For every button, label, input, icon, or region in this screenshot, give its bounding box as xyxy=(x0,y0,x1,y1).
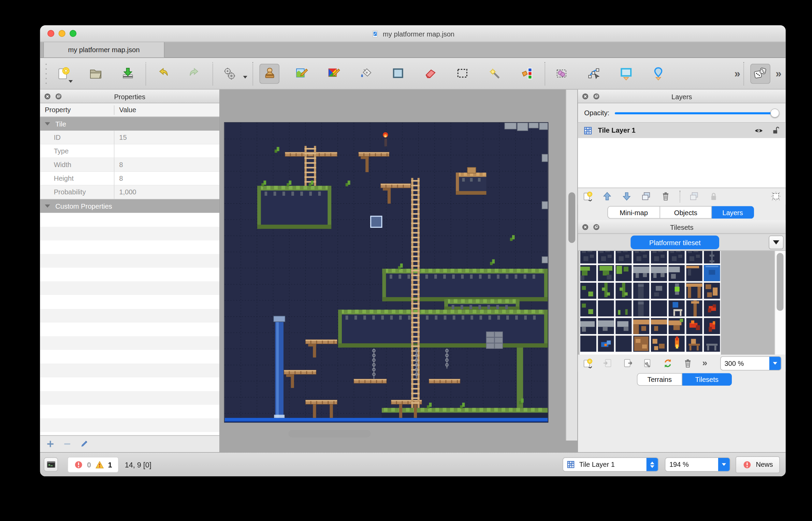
edit-polygons-button[interactable] xyxy=(584,63,604,84)
layer-visibility-eye-icon[interactable] xyxy=(753,125,764,136)
close-panel-icon[interactable] xyxy=(43,92,52,101)
map-vertical-scrollbar-thumb[interactable] xyxy=(568,192,575,243)
tab-layers[interactable]: Layers xyxy=(712,206,754,219)
properties-panel: Properties Property Value Tile ID15 Type… xyxy=(40,90,220,452)
commands-button[interactable] xyxy=(219,63,240,84)
eraser-button[interactable] xyxy=(420,63,440,84)
stamp-brush-button[interactable] xyxy=(259,63,279,84)
issues-counter[interactable]: 0 1 xyxy=(68,457,118,472)
undo-button[interactable] xyxy=(153,63,173,84)
insert-rectangle-button[interactable] xyxy=(616,63,636,84)
toolbar-separator xyxy=(743,62,744,85)
layer-row-tile-layer-1[interactable]: Tile Layer 1 xyxy=(578,123,786,138)
float-panel-icon[interactable] xyxy=(592,92,601,101)
tab-tilesets[interactable]: Tilesets xyxy=(682,373,732,386)
collapse-triangle-icon[interactable] xyxy=(45,205,50,208)
select-same-tile-button[interactable] xyxy=(517,63,537,84)
open-file-button[interactable] xyxy=(85,63,105,84)
tileset-grid[interactable] xyxy=(579,251,721,355)
new-layer-button[interactable] xyxy=(582,191,593,202)
window-title: my platformer map.json xyxy=(40,25,785,42)
select-objects-button[interactable] xyxy=(552,63,572,84)
tab-mini-map[interactable]: Mini-map xyxy=(607,206,660,219)
embed-tileset-button[interactable] xyxy=(602,358,613,369)
dropdown-chevron-button[interactable] xyxy=(719,457,730,472)
news-button[interactable]: News xyxy=(736,456,780,473)
map-canvas[interactable] xyxy=(224,122,548,423)
map-zoom-select[interactable]: 194 % xyxy=(665,457,731,472)
tab-platformer-tileset[interactable]: Platformer tileset xyxy=(630,236,719,249)
close-panel-icon[interactable] xyxy=(581,92,590,101)
magic-wand-button[interactable] xyxy=(484,63,505,84)
rectangular-select-button[interactable] xyxy=(452,63,473,84)
properties-table-header: Property Value xyxy=(40,103,219,117)
chevron-down-icon[interactable] xyxy=(243,76,247,79)
terrain-brush-button[interactable] xyxy=(292,63,312,84)
property-row-probability[interactable]: Probability1,000 xyxy=(40,185,219,199)
tileset-view[interactable] xyxy=(578,251,786,355)
remove-layer-button[interactable] xyxy=(660,191,671,202)
toolbar-grip[interactable] xyxy=(44,62,48,85)
close-panel-icon[interactable] xyxy=(581,223,590,232)
shape-fill-button[interactable] xyxy=(388,63,408,84)
raise-layer-button[interactable] xyxy=(601,191,612,202)
toolbar-overflow-button[interactable]: » xyxy=(734,68,740,80)
new-map-button[interactable] xyxy=(53,63,73,84)
float-panel-icon[interactable] xyxy=(592,223,601,232)
float-panel-icon[interactable] xyxy=(54,92,63,101)
duplicate-layer-button[interactable] xyxy=(641,191,652,202)
stepper-button[interactable] xyxy=(647,457,658,472)
add-property-button[interactable] xyxy=(45,439,55,449)
layer-unlocked-icon[interactable] xyxy=(771,125,780,135)
save-button[interactable] xyxy=(118,63,138,84)
map-horizontal-scrollbar[interactable] xyxy=(224,429,549,438)
screen: my platformer map.json my platformer map… xyxy=(0,0,812,521)
edit-tileset-button[interactable] xyxy=(642,358,653,369)
eraser-icon xyxy=(423,66,437,81)
insert-point-button[interactable] xyxy=(648,63,668,84)
property-row-width[interactable]: Width8 xyxy=(40,158,219,172)
wang-brush-button[interactable] xyxy=(324,63,344,84)
custom-properties-group-row[interactable]: Custom Properties xyxy=(40,199,219,213)
opacity-slider[interactable] xyxy=(615,108,780,117)
tile-group-row[interactable]: Tile xyxy=(40,117,219,131)
map-vertical-scrollbar[interactable] xyxy=(566,90,577,441)
lock-layer-button[interactable] xyxy=(708,191,719,202)
tab-terrains[interactable]: Terrains xyxy=(637,373,682,386)
dropdown-chevron-button[interactable] xyxy=(769,356,781,370)
tileset-zoom-select[interactable]: 300 % xyxy=(720,356,781,370)
tab-objects[interactable]: Objects xyxy=(660,206,712,219)
tileset-scrollbar[interactable] xyxy=(774,251,785,355)
lower-layer-button[interactable] xyxy=(621,191,632,202)
tileset-toolbar-overflow[interactable]: » xyxy=(702,358,708,368)
new-tileset-button[interactable] xyxy=(582,358,593,369)
map-view xyxy=(220,90,577,452)
cursor-position: 14, 9 [0] xyxy=(125,460,151,469)
redo-button[interactable] xyxy=(185,63,205,84)
current-layer-select[interactable]: Tile Layer 1 xyxy=(563,457,659,472)
property-row-type[interactable]: Type xyxy=(40,144,219,158)
tileset-list-dropdown-button[interactable] xyxy=(769,236,783,249)
value-column-header[interactable]: Value xyxy=(114,105,219,115)
toolbar-overflow-button-2[interactable]: » xyxy=(775,68,781,80)
tileset-scrollbar-thumb[interactable] xyxy=(777,253,783,311)
edit-property-button[interactable] xyxy=(79,439,89,449)
remove-tileset-button[interactable] xyxy=(682,358,693,369)
export-tileset-button[interactable] xyxy=(622,358,633,369)
opacity-slider-thumb[interactable] xyxy=(770,108,779,117)
document-tab[interactable]: my platformer map.json xyxy=(43,42,164,58)
replace-tileset-button[interactable] xyxy=(662,358,673,369)
layers-toolbar xyxy=(578,188,786,204)
collapse-triangle-icon[interactable] xyxy=(45,122,50,125)
property-row-height[interactable]: Height8 xyxy=(40,172,219,185)
console-button[interactable] xyxy=(44,457,58,472)
highlight-current-layer-button[interactable] xyxy=(770,191,781,202)
property-column-header[interactable]: Property xyxy=(40,106,114,114)
bucket-fill-button[interactable] xyxy=(356,63,376,84)
remove-property-button[interactable] xyxy=(62,439,72,449)
property-row-id[interactable]: ID15 xyxy=(40,131,219,144)
toggle-other-layers-button[interactable] xyxy=(688,191,699,202)
map-horizontal-scrollbar-thumb[interactable] xyxy=(288,430,371,437)
random-mode-button[interactable] xyxy=(750,63,770,84)
tile-layer-grid-icon xyxy=(583,126,593,135)
